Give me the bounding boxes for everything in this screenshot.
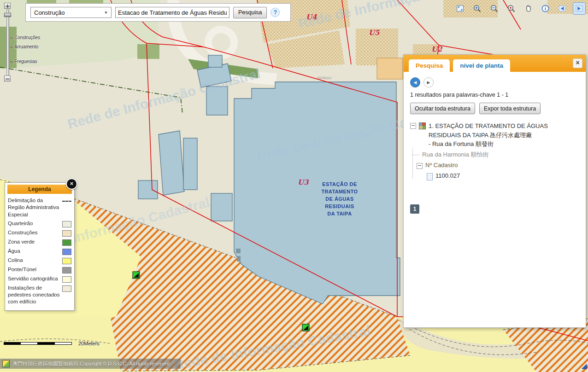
zoom-out-box[interactable]	[4, 76, 11, 81]
legend-close-icon[interactable]: ×	[66, 178, 77, 190]
panel-close-icon[interactable]: ×	[573, 58, 582, 68]
next-result-icon[interactable]: ▶	[423, 77, 434, 87]
cadastro-value: 1100.027	[435, 172, 460, 179]
plant-label-line: DE ÁGUAS	[325, 196, 353, 202]
color-swatch	[62, 230, 71, 237]
expand-all-button[interactable]: Expor toda estrutura	[479, 103, 541, 114]
legend-item: Zona verde	[7, 238, 72, 247]
cadastro-value-row[interactable]: 1100.027	[427, 172, 579, 180]
legend-item: Colina	[7, 256, 72, 265]
search-category-value: Construção	[34, 9, 65, 16]
previous-view-icon[interactable]	[556, 2, 569, 15]
identify-info-icon[interactable]	[539, 2, 552, 15]
fullscreen-icon[interactable]	[453, 2, 466, 15]
result-pager: ◀ ▶	[410, 77, 579, 87]
collapse-all-button[interactable]: Ocultar toda estrutura	[410, 103, 475, 114]
zoom-level-construcoes[interactable]: Construções	[10, 35, 40, 40]
previous-result-icon[interactable]: ◀	[410, 77, 420, 87]
dscc-logo-icon	[2, 360, 10, 367]
map-toolbar	[453, 2, 586, 15]
results-panel-body: ◀ ▶ 1 resultados para palavras-chave 1 -…	[404, 72, 586, 219]
legend-item: Servidão cartográfica	[7, 274, 72, 284]
legend-item: Construções	[7, 228, 72, 238]
legend-title: Legenda	[7, 185, 72, 194]
color-swatch	[62, 267, 71, 273]
small-map-label: PERIGO	[317, 76, 331, 80]
plant-label-line: RESIDUAIS	[325, 203, 354, 209]
cadastro-node[interactable]: Nº Cadastro	[417, 162, 579, 169]
result-title: 1. ESTAÇÃO DE TRATAMENTO DE ÁGUAS RESIDU…	[429, 122, 548, 139]
result-street-secondary[interactable]: Rua da Harmonia 順怡街	[422, 151, 579, 159]
legend-item: Água	[7, 247, 72, 256]
legend-item: Instalações de pedestres conectados com …	[7, 284, 72, 307]
legend-item: Delimitação da Região Administrativa Esp…	[7, 196, 72, 219]
color-swatch	[62, 276, 71, 283]
tab-pesquisa[interactable]: Pesquisa	[409, 59, 450, 72]
color-swatch	[62, 239, 71, 246]
pan-hand-icon[interactable]	[522, 2, 535, 15]
zoom-level-arruamento[interactable]: Arruamento	[10, 44, 38, 49]
legend-panel: × Legenda Delimitação da Região Administ…	[5, 182, 75, 311]
dash-dot-line-symbol	[62, 201, 71, 202]
zoom-out-icon[interactable]	[488, 2, 500, 15]
dropdown-caret-icon: ▼	[104, 11, 108, 15]
plant-label-line: TRATAMENTO	[321, 189, 358, 194]
results-panel-header: Pesquisa nível de planta ×	[404, 55, 586, 72]
region-label-u2: U2	[431, 45, 443, 53]
zoom-in-box[interactable]	[4, 3, 11, 9]
plant-label-line: DA TAIPA	[327, 211, 352, 216]
search-button[interactable]: Pesquisa	[233, 7, 267, 18]
document-icon	[427, 173, 433, 180]
legend-item: Ponte/Túnel	[7, 265, 72, 274]
results-panel: Pesquisa nível de planta × ◀ ▶ 1 resulta…	[403, 54, 586, 328]
zoom-level-freguesias[interactable]: Freguesias	[10, 59, 37, 64]
collapse-toggle-icon[interactable]	[417, 163, 423, 169]
result-item[interactable]: 1. ESTAÇÃO DE TRATAMENTO DE ÁGUAS RESIDU…	[410, 122, 579, 149]
tab-nivel-de-planta[interactable]: nível de planta	[453, 59, 510, 72]
plant-label-line: ESTAÇÃO DE	[322, 181, 357, 187]
region-label-u4: U4	[306, 13, 317, 21]
result-street: - Rua da Fortuna 順發街	[429, 140, 494, 147]
result-item-icon	[419, 122, 426, 129]
corner-arrow-icon[interactable]	[581, 363, 588, 372]
scale-bar: 20Meters	[4, 341, 100, 346]
search-bar: Construção ▼ Pesquisa ?	[25, 3, 291, 22]
legend-item: Quarteirão	[7, 219, 72, 228]
region-label-u5: U5	[369, 29, 380, 37]
zoom-slider-track[interactable]	[6, 10, 9, 76]
zoom-slider-handle[interactable]	[4, 13, 11, 17]
copyright-bar: 澳門特別行政區地圖暨地籍局 Copyright © D.S.C.C. All r…	[0, 359, 181, 369]
tree-buttons: Ocultar toda estrutura Expor toda estrut…	[410, 103, 579, 114]
copyright-text: 澳門特別行政區地圖暨地籍局 Copyright © D.S.C.C. All r…	[12, 360, 170, 367]
cadastro-label: Nº Cadastro	[425, 162, 458, 169]
results-summary: 1 resultados para palavras-chave 1 - 1	[410, 92, 579, 98]
scale-label: 20Meters	[78, 341, 100, 346]
color-swatch	[62, 221, 71, 227]
color-swatch	[62, 249, 71, 255]
help-icon[interactable]: ?	[270, 8, 280, 17]
page-number-badge[interactable]: 1	[410, 204, 419, 214]
next-view-icon[interactable]	[573, 2, 586, 15]
collapse-toggle-icon[interactable]	[410, 123, 416, 129]
results-tree: 1. ESTAÇÃO DE TRATAMENTO DE ÁGUAS RESIDU…	[410, 122, 579, 180]
color-swatch	[62, 285, 71, 292]
zoom-in-icon[interactable]	[470, 2, 483, 15]
search-input[interactable]	[115, 7, 229, 18]
zoom-results-icon[interactable]	[505, 2, 517, 15]
search-category-select[interactable]: Construção ▼	[30, 7, 112, 18]
region-label-u3: U3	[298, 178, 309, 186]
color-swatch	[62, 258, 71, 264]
